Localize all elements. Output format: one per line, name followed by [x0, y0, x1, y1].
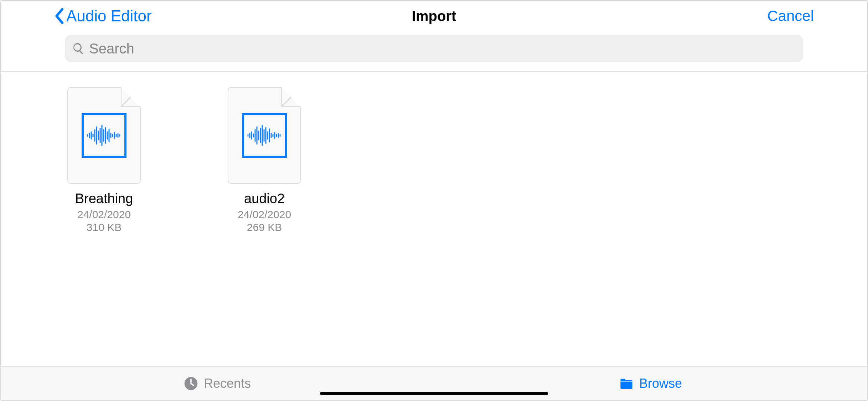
- audio-waveform-icon: [242, 113, 287, 158]
- search-bar-container: [1, 31, 867, 71]
- file-name: Breathing: [75, 191, 133, 206]
- navigation-bar: Audio Editor Import Cancel: [1, 1, 867, 31]
- home-indicator[interactable]: [320, 392, 548, 395]
- page-fold-icon: [121, 87, 141, 107]
- file-date: 24/02/2020: [77, 209, 131, 221]
- tab-browse-label: Browse: [639, 376, 682, 391]
- page-title: Import: [412, 8, 456, 24]
- file-grid: Breathing 24/02/2020 310 KB: [1, 72, 867, 366]
- bottom-tab-bar: Recents Browse: [1, 366, 867, 400]
- file-size: 310 KB: [87, 221, 122, 233]
- file-item[interactable]: Breathing 24/02/2020 310 KB: [65, 87, 143, 233]
- page-fold-icon: [281, 87, 301, 107]
- search-bar[interactable]: [65, 35, 803, 62]
- search-icon: [72, 42, 85, 55]
- clock-icon: [184, 376, 198, 391]
- file-thumbnail: [67, 87, 141, 184]
- file-size: 269 KB: [247, 221, 282, 233]
- file-name: audio2: [244, 191, 285, 206]
- audio-waveform-icon: [82, 113, 126, 158]
- back-button[interactable]: Audio Editor: [54, 7, 152, 25]
- chevron-left-icon: [54, 8, 64, 24]
- import-file-picker: Audio Editor Import Cancel: [0, 0, 868, 401]
- cancel-button[interactable]: Cancel: [767, 7, 814, 25]
- back-label: Audio Editor: [66, 7, 152, 25]
- tab-recents-label: Recents: [204, 376, 251, 391]
- file-date: 24/02/2020: [238, 209, 291, 221]
- folder-icon: [619, 376, 634, 391]
- file-item[interactable]: audio2 24/02/2020 269 KB: [225, 87, 304, 233]
- search-input[interactable]: [89, 41, 796, 57]
- file-thumbnail: [228, 87, 301, 184]
